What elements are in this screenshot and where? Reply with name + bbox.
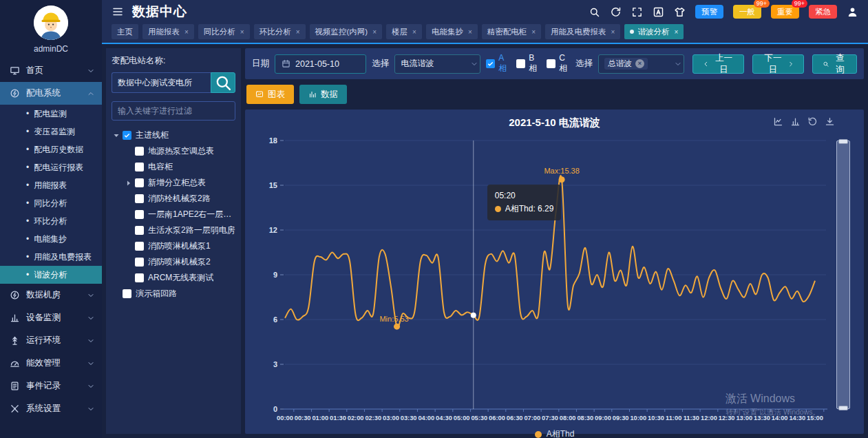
- tree-node-地源热泵空调总表[interactable]: 地源热泵空调总表: [112, 143, 235, 159]
- phase-checkbox-B相[interactable]: B相: [516, 53, 537, 74]
- user-icon[interactable]: [847, 6, 858, 18]
- search-icon[interactable]: [589, 6, 600, 18]
- avatar[interactable]: [34, 6, 68, 40]
- checkbox[interactable]: [135, 226, 144, 235]
- refresh-icon[interactable]: [610, 6, 622, 18]
- sidebar-item-数据机房[interactable]: 数据机房: [0, 284, 102, 306]
- alert-button-4[interactable]: 紧急: [809, 5, 837, 19]
- sidebar-item-设备监测[interactable]: 设备监测: [0, 306, 102, 329]
- phase-checkbox-A相[interactable]: A相: [486, 53, 507, 74]
- datazoom-handle-top[interactable]: [838, 139, 848, 144]
- tab-电能集抄[interactable]: 电能集抄×: [426, 24, 478, 39]
- checkbox[interactable]: [135, 147, 144, 156]
- line-chart-icon[interactable]: [773, 116, 783, 127]
- menu-toggle-icon[interactable]: [112, 6, 124, 18]
- restore-icon[interactable]: [807, 116, 818, 127]
- tag-close-icon[interactable]: ×: [635, 59, 644, 68]
- caret-right-icon[interactable]: [124, 178, 134, 188]
- tab-视频监控(内网)[interactable]: 视频监控(内网)×: [310, 24, 383, 39]
- tree-node-演示箱回路[interactable]: 演示箱回路: [112, 286, 235, 302]
- datazoom-handle-bottom[interactable]: [838, 406, 848, 410]
- sidebar-item-首页[interactable]: 首页: [0, 59, 102, 82]
- tab-close-icon[interactable]: ×: [184, 28, 189, 36]
- tree-node-新增分立柜总表[interactable]: 新增分立柜总表: [112, 175, 235, 191]
- harmonic-order-select[interactable]: 总谐波 ×: [598, 54, 684, 74]
- download-icon[interactable]: [825, 116, 835, 127]
- submenu-item-用能报表[interactable]: •用能报表: [0, 176, 102, 194]
- bar-chart-icon[interactable]: [790, 116, 801, 127]
- fullscreen-icon[interactable]: [631, 6, 643, 18]
- checkbox[interactable]: [123, 131, 131, 140]
- tree-node-消防喷淋机械泵2[interactable]: 消防喷淋机械泵2: [112, 254, 235, 270]
- tab-close-icon[interactable]: ×: [412, 28, 416, 36]
- submenu-item-环比分析[interactable]: •环比分析: [0, 212, 102, 230]
- tab-close-icon[interactable]: ×: [611, 28, 615, 36]
- sidebar-item-事件记录[interactable]: 事件记录: [0, 375, 102, 397]
- checkbox[interactable]: [135, 258, 144, 267]
- font-size-icon[interactable]: [653, 6, 664, 18]
- harmonic-type-select[interactable]: 电流谐波: [394, 54, 480, 74]
- tab-用能及电费报表[interactable]: 用能及电费报表×: [545, 24, 620, 39]
- sidebar-item-配电系统[interactable]: 配电系统: [0, 82, 102, 105]
- data-view-button[interactable]: 数据: [299, 85, 347, 104]
- tab-close-icon[interactable]: ×: [372, 28, 377, 36]
- submenu-item-配电监测[interactable]: •配电监测: [0, 105, 102, 123]
- phase-checkbox-C相[interactable]: C相: [547, 53, 567, 74]
- svg-text:02:00: 02:00: [348, 415, 364, 421]
- submenu-item-电能集抄[interactable]: •电能集抄: [0, 230, 102, 248]
- tab-close-icon[interactable]: ×: [531, 28, 536, 36]
- tree-node-ARCM无线表测试[interactable]: ARCM无线表测试: [112, 270, 235, 286]
- station-input[interactable]: [112, 72, 211, 93]
- theme-icon[interactable]: [674, 6, 686, 18]
- sidebar-item-运行环境[interactable]: 运行环境: [0, 329, 102, 352]
- prev-day-button[interactable]: 上一日: [692, 54, 744, 74]
- sidebar-item-能效管理[interactable]: 能效管理: [0, 352, 102, 375]
- tree-node-消防喷淋机械泵1[interactable]: 消防喷淋机械泵1: [112, 238, 235, 254]
- tree-node-生活水泵2路一层弱电房[interactable]: 生活水泵2路一层弱电房: [112, 222, 235, 238]
- checkbox[interactable]: [135, 194, 144, 203]
- date-picker[interactable]: 2021-05-10: [275, 54, 366, 74]
- tab-主页[interactable]: 主页: [112, 24, 138, 39]
- tab-同比分析[interactable]: 同比分析×: [198, 24, 250, 39]
- next-day-button[interactable]: 下一日: [752, 54, 804, 74]
- chart-view-button[interactable]: 图表: [246, 85, 294, 104]
- checkbox[interactable]: [547, 59, 555, 68]
- tab-close-icon[interactable]: ×: [468, 28, 472, 36]
- caret-down-icon[interactable]: [112, 131, 121, 140]
- chart-legend[interactable]: A相Thd: [256, 428, 853, 438]
- tree-filter-input[interactable]: [112, 101, 235, 121]
- checkbox[interactable]: [135, 210, 144, 219]
- checkbox[interactable]: [135, 242, 144, 251]
- tree-node-一层南1APE2右一层北1APE1左[interactable]: 一层南1APE2右一层北1APE1左: [112, 207, 235, 222]
- alert-button-3[interactable]: 重要99+: [771, 5, 799, 19]
- tab-用能报表[interactable]: 用能报表×: [142, 24, 194, 39]
- checkbox[interactable]: [486, 59, 495, 68]
- tree-node-电容柜[interactable]: 电容柜: [112, 159, 235, 175]
- query-button[interactable]: 查询: [812, 54, 857, 74]
- tree-node-消防栓机械泵2路[interactable]: 消防栓机械泵2路: [112, 191, 235, 207]
- tab-close-icon[interactable]: ×: [240, 28, 244, 36]
- alert-button-2[interactable]: 一般99+: [733, 5, 761, 19]
- tab-close-icon[interactable]: ×: [674, 28, 678, 36]
- submenu-item-用能及电费报表[interactable]: •用能及电费报表: [0, 248, 102, 266]
- submenu-item-变压器监测[interactable]: •变压器监测: [0, 123, 102, 140]
- checkbox[interactable]: [135, 178, 144, 187]
- alert-button-1[interactable]: 预警: [695, 5, 723, 19]
- station-search-button[interactable]: [211, 72, 235, 93]
- submenu-item-同比分析[interactable]: •同比分析: [0, 194, 102, 212]
- checkbox[interactable]: [135, 163, 144, 171]
- checkbox[interactable]: [516, 59, 525, 68]
- tab-环比分析[interactable]: 环比分析×: [254, 24, 306, 39]
- tab-精密配电柜[interactable]: 精密配电柜×: [482, 24, 541, 39]
- submenu-item-配电运行报表[interactable]: •配电运行报表: [0, 158, 102, 176]
- sidebar-item-系统设置[interactable]: 系统设置: [0, 397, 102, 420]
- submenu-item-谐波分析[interactable]: •谐波分析: [0, 266, 102, 284]
- tab-谐波分析[interactable]: 谐波分析×: [624, 24, 684, 39]
- submenu-item-配电历史数据[interactable]: •配电历史数据: [0, 140, 102, 158]
- tree-node-主进线柜[interactable]: 主进线柜: [112, 127, 235, 143]
- tab-close-icon[interactable]: ×: [296, 28, 300, 36]
- checkbox[interactable]: [123, 289, 131, 298]
- tab-楼层[interactable]: 楼层×: [386, 24, 422, 39]
- datazoom-slider[interactable]: [836, 140, 850, 409]
- checkbox[interactable]: [135, 273, 144, 282]
